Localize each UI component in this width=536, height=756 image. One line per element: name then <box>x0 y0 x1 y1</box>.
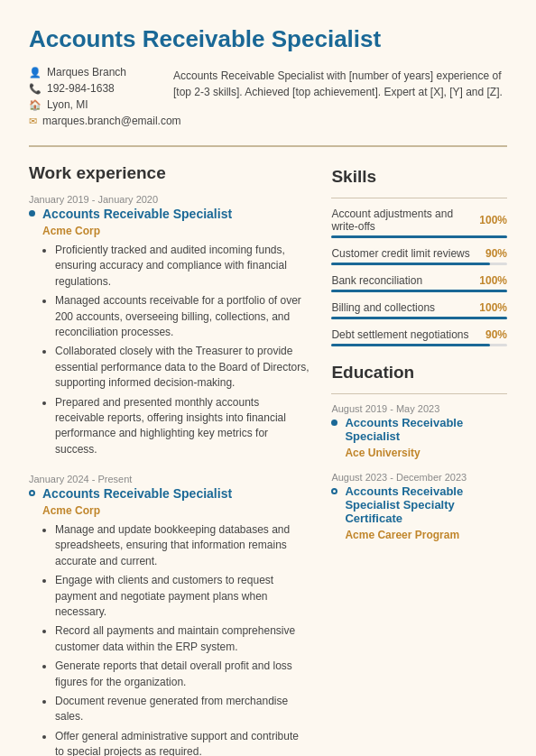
skill-name-2: Bank reconciliation <box>331 274 473 287</box>
job-0-company: Acme Corp <box>42 225 310 237</box>
list-item: Managed accounts receivable for a portfo… <box>55 293 310 340</box>
person-icon: 👤 <box>29 66 42 78</box>
skills-divider <box>331 198 507 198</box>
edu-0-dot <box>331 419 337 426</box>
contact-name-item: 👤 Marques Branch <box>29 66 173 78</box>
job-0-bullets: Proficiently tracked and audited incomin… <box>42 243 310 457</box>
job-1-title: Accounts Receivable Specialist <box>42 486 232 501</box>
skill-row-3: Billing and collections 100% <box>331 301 507 314</box>
list-item: Document revenue generated from merchand… <box>55 694 310 725</box>
edu-1-date: August 2023 - December 2023 <box>331 472 507 483</box>
two-column-layout: Work experience January 2019 - January 2… <box>29 163 507 756</box>
skill-percent-4: 90% <box>473 328 507 341</box>
contact-email: marques.branch@email.com <box>42 115 181 127</box>
edu-0-school: Ace University <box>345 447 507 459</box>
skill-row-4: Debt settlement negotiations 90% <box>331 328 507 341</box>
main-title: Accounts Receivable Specialist <box>29 25 507 53</box>
job-0-date: January 2019 - January 2020 <box>29 194 310 205</box>
skill-name-1: Customer credit limit reviews <box>331 247 473 260</box>
list-item: Offer general administrative support and… <box>55 729 310 756</box>
contact-name: Marques Branch <box>47 66 126 78</box>
left-column: Work experience January 2019 - January 2… <box>29 163 310 756</box>
edu-entry-0: August 2019 - May 2023 Accounts Receivab… <box>331 403 507 459</box>
work-experience-title: Work experience <box>29 163 310 183</box>
list-item: Collaborated closely with the Treasurer … <box>55 344 310 391</box>
skill-name-3: Billing and collections <box>331 301 473 314</box>
skill-item-2: Bank reconciliation 100% <box>331 274 507 292</box>
skill-bar-bg-0 <box>331 235 507 238</box>
skill-item-1: Customer credit limit reviews 90% <box>331 247 507 265</box>
skill-bar-fill-2 <box>331 290 507 292</box>
edu-entry-1: August 2023 - December 2023 Accounts Rec… <box>331 472 507 541</box>
edu-1-school: Acme Career Program <box>345 529 507 541</box>
skill-bar-fill-0 <box>331 235 507 238</box>
contact-info: 👤 Marques Branch 📞 192-984-1638 🏠 Lyon, … <box>29 66 173 131</box>
contact-phone-item: 📞 192-984-1638 <box>29 82 173 95</box>
skill-bar-bg-4 <box>331 344 507 346</box>
edu-1-title: Accounts Receivable Specialist Specialty… <box>345 484 507 525</box>
edu-0-title: Accounts Receivable Specialist <box>345 416 507 443</box>
email-icon: ✉ <box>29 115 37 127</box>
skill-percent-2: 100% <box>473 274 507 287</box>
skill-bar-fill-4 <box>331 344 489 346</box>
skill-bar-bg-3 <box>331 317 507 319</box>
contact-email-item: ✉ marques.branch@email.com <box>29 115 173 127</box>
contact-location-item: 🏠 Lyon, MI <box>29 98 173 111</box>
job-1-dot <box>29 490 35 496</box>
job-1-header: Accounts Receivable Specialist <box>29 486 310 502</box>
skill-item-4: Debt settlement negotiations 90% <box>331 328 507 346</box>
job-entry-0: January 2019 - January 2020 Accounts Rec… <box>29 194 310 457</box>
list-item: Manage and update bookkeeping databases … <box>55 522 310 569</box>
skill-row-1: Customer credit limit reviews 90% <box>331 247 507 260</box>
edu-1-header: Accounts Receivable Specialist Specialty… <box>331 484 507 527</box>
job-0-title: Accounts Receivable Specialist <box>42 207 232 221</box>
list-item: Generate reports that detail overall pro… <box>55 659 310 690</box>
job-0-header: Accounts Receivable Specialist <box>29 207 310 223</box>
skill-bar-fill-3 <box>331 317 507 319</box>
location-icon: 🏠 <box>29 98 42 111</box>
list-item: Prepared and presented monthly accounts … <box>55 395 310 458</box>
skill-item-3: Billing and collections 100% <box>331 301 507 319</box>
job-1-bullets: Manage and update bookkeeping databases … <box>42 522 310 756</box>
job-1-date: January 2024 - Present <box>29 474 310 484</box>
education-divider <box>331 393 507 394</box>
skill-percent-0: 100% <box>473 214 507 226</box>
list-item: Engage with clients and customers to req… <box>55 573 310 620</box>
skill-row-2: Bank reconciliation 100% <box>331 274 507 287</box>
list-item: Record all payments and maintain compreh… <box>55 623 310 655</box>
skills-title: Skills <box>331 167 507 187</box>
skill-name-0: Account adjustments and write-offs <box>331 207 473 233</box>
skill-item-0: Account adjustments and write-offs 100% <box>331 207 507 238</box>
right-column: Skills Account adjustments and write-off… <box>331 163 507 756</box>
edu-0-date: August 2019 - May 2023 <box>331 403 507 414</box>
edu-0-header: Accounts Receivable Specialist <box>331 416 507 445</box>
phone-icon: 📞 <box>29 82 42 95</box>
contact-location: Lyon, MI <box>47 98 88 111</box>
contact-summary: 👤 Marques Branch 📞 192-984-1638 🏠 Lyon, … <box>29 66 507 131</box>
skill-bar-bg-1 <box>331 263 507 265</box>
list-item: Proficiently tracked and audited incomin… <box>55 243 310 290</box>
summary-text: Accounts Receivable Specialist with [num… <box>173 66 507 131</box>
contact-phone: 192-984-1638 <box>47 82 115 95</box>
skill-percent-1: 90% <box>473 247 507 260</box>
header-section: Accounts Receivable Specialist 👤 Marques… <box>29 25 507 147</box>
job-0-dot <box>29 210 35 217</box>
education-title: Education <box>331 363 507 383</box>
skill-name-4: Debt settlement negotiations <box>331 328 473 341</box>
skill-bar-bg-2 <box>331 290 507 292</box>
edu-1-dot <box>331 488 337 494</box>
skill-bar-fill-1 <box>331 263 489 265</box>
skill-row-0: Account adjustments and write-offs 100% <box>331 207 507 233</box>
skill-percent-3: 100% <box>473 301 507 314</box>
job-entry-1: January 2024 - Present Accounts Receivab… <box>29 474 310 756</box>
job-1-company: Acme Corp <box>42 504 310 517</box>
